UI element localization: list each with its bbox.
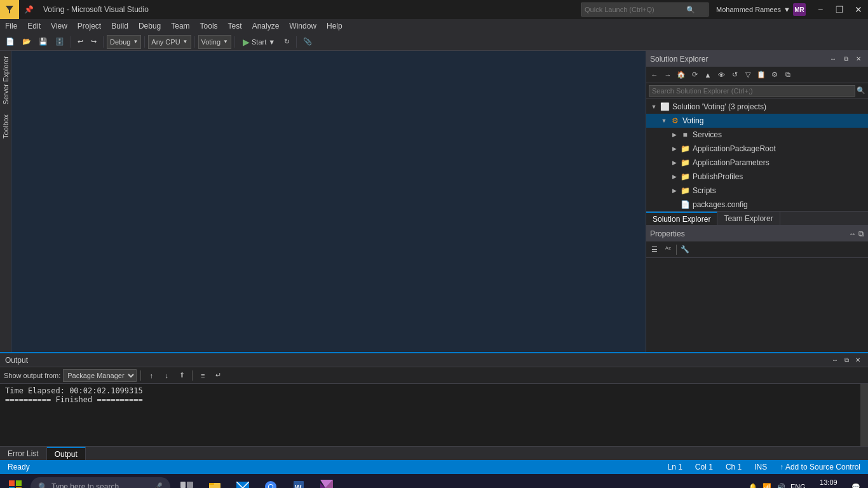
menu-analyze[interactable]: Analyze	[247, 19, 285, 33]
status-ready[interactable]: Ready	[5, 463, 32, 471]
se-showall-button[interactable]: 👁	[715, 69, 728, 81]
se-search-icon: 🔍	[857, 86, 865, 95]
output-indent-button[interactable]: ≡	[196, 369, 209, 382]
se-sync-button[interactable]: ⟳	[688, 69, 701, 81]
se-pin-button[interactable]: ↔	[827, 53, 839, 65]
services-label: Services	[693, 130, 722, 139]
taskbar-chrome[interactable]	[258, 474, 283, 488]
se-newview-button[interactable]: ⧉	[782, 69, 794, 81]
taskbar-task-view[interactable]	[174, 474, 200, 488]
scripts-icon: 📁	[679, 186, 691, 195]
undo-button[interactable]: ↩	[74, 35, 86, 49]
toolbox-tab[interactable]: Toolbox	[1, 109, 11, 144]
se-back-button[interactable]: ←	[648, 69, 661, 81]
menu-test[interactable]: Test	[223, 19, 247, 33]
debug-config-dropdown[interactable]: Debug ▼	[107, 35, 141, 49]
save-button[interactable]: 💾	[36, 35, 51, 49]
output-source-select[interactable]: Package Manager Build Debug General	[63, 369, 137, 382]
se-float-button[interactable]: ⧉	[840, 53, 851, 65]
props-alpha-button[interactable]: ᴬᶻ	[661, 243, 674, 256]
se-collapse-button[interactable]: ▲	[702, 69, 714, 81]
status-ln[interactable]: Ln 1	[665, 463, 685, 471]
tree-item-solution[interactable]: ▼ ⬜ Solution 'Voting' (3 projects)	[646, 100, 868, 114]
server-explorer-tab[interactable]: Server Explorer	[1, 51, 11, 109]
se-props-button[interactable]: ⚙	[768, 69, 781, 81]
se-home-button[interactable]: 🏠	[675, 69, 688, 81]
quick-launch[interactable]: 🔍	[581, 3, 709, 17]
out-sep1	[140, 370, 141, 381]
tab-output[interactable]: Output	[47, 447, 86, 460]
menu-build[interactable]: Build	[106, 19, 133, 33]
close-button[interactable]: ✕	[849, 0, 868, 19]
se-search-input[interactable]	[649, 85, 855, 97]
se-refresh-button[interactable]: ↺	[728, 69, 741, 81]
taskbar-file-explorer[interactable]	[202, 474, 227, 488]
output-pin-button[interactable]: ↔	[830, 355, 840, 365]
se-tab-solution-explorer[interactable]: Solution Explorer	[646, 212, 717, 225]
taskbar-vs-code[interactable]	[314, 474, 339, 488]
props-float-button[interactable]: ⧉	[858, 229, 864, 238]
status-ch[interactable]: Ch 1	[723, 463, 744, 471]
menu-help[interactable]: Help	[322, 19, 348, 33]
taskbar-mail[interactable]	[230, 474, 255, 488]
tree-item-services[interactable]: ▶ ■ Services	[646, 128, 868, 142]
se-openfiles-button[interactable]: 📋	[755, 69, 768, 81]
output-float-button[interactable]: ⧉	[841, 355, 851, 365]
se-filter-button[interactable]: ▽	[742, 69, 754, 81]
minimize-button[interactable]: −	[811, 0, 830, 19]
props-pin-button[interactable]: ↔	[849, 229, 857, 238]
taskbar-action-center[interactable]: 💬	[851, 483, 860, 489]
menu-view[interactable]: View	[46, 19, 72, 33]
tab-error-list[interactable]: Error List	[0, 447, 47, 460]
se-close-button[interactable]: ✕	[853, 53, 864, 65]
attach-button[interactable]: 📎	[300, 35, 315, 49]
platform-dropdown[interactable]: Any CPU ▼	[148, 35, 191, 49]
tree-item-voting[interactable]: ▼ ⚙ Voting	[646, 114, 868, 128]
menu-edit[interactable]: Edit	[22, 19, 46, 33]
menu-window[interactable]: Window	[284, 19, 322, 33]
tree-item-publishprofiles[interactable]: ▶ 📁 PublishProfiles	[646, 170, 868, 184]
quick-launch-input[interactable]	[585, 6, 686, 13]
output-down-button[interactable]: ↓	[160, 369, 173, 382]
output-scrollbar[interactable]	[860, 384, 868, 446]
tree-item-appparams[interactable]: ▶ 📁 ApplicationParameters	[646, 156, 868, 170]
tree-item-scripts[interactable]: ▶ 📁 Scripts	[646, 184, 868, 198]
props-sep	[676, 245, 677, 255]
status-ins[interactable]: INS	[752, 463, 770, 471]
menu-project[interactable]: Project	[72, 19, 106, 33]
se-tab-team-explorer[interactable]: Team Explorer	[717, 212, 780, 225]
taskbar-search-input[interactable]	[51, 482, 149, 488]
menu-debug[interactable]: Debug	[133, 19, 166, 33]
menu-tools[interactable]: Tools	[195, 19, 223, 33]
taskbar-notification-icon[interactable]: 🔔	[749, 483, 757, 489]
taskbar-search[interactable]: 🔍 🎤	[31, 477, 170, 488]
taskbar-word[interactable]: W	[286, 474, 311, 488]
props-category-button[interactable]: ☰	[648, 243, 661, 256]
menu-file[interactable]: File	[0, 19, 22, 33]
status-source-control[interactable]: ↑ Add to Source Control	[777, 463, 863, 471]
status-col[interactable]: Col 1	[693, 463, 715, 471]
tree-item-packages[interactable]: ▶ 📄 packages.config	[646, 198, 868, 211]
appparams-icon: 📁	[679, 158, 691, 167]
user-dropdown-icon[interactable]: ▼	[783, 6, 790, 13]
menu-team[interactable]: Team	[166, 19, 194, 33]
toolbar: 📄 📂 💾 🗄️ ↩ ↪ Debug ▼ Any CPU ▼ Voting ▼ …	[0, 33, 868, 51]
start-menu-button[interactable]	[3, 474, 28, 488]
project-dropdown[interactable]: Voting ▼	[198, 35, 232, 49]
props-wrench-button[interactable]: 🔧	[679, 243, 691, 256]
output-close-button[interactable]: ✕	[853, 355, 863, 365]
output-up-button[interactable]: ↑	[145, 369, 158, 382]
taskbar-language[interactable]: ENG	[790, 483, 806, 488]
output-wrap-button[interactable]: ↵	[212, 369, 224, 382]
refresh-button[interactable]: ↻	[281, 35, 293, 49]
open-file-button[interactable]: 📂	[19, 35, 34, 49]
se-forward-button[interactable]: →	[661, 69, 674, 81]
save-all-button[interactable]: 🗄️	[52, 35, 67, 49]
new-project-button[interactable]: 📄	[3, 35, 18, 49]
window-title: Voting - Microsoft Visual Studio	[38, 5, 581, 14]
tree-item-apppackageroot[interactable]: ▶ 📁 ApplicationPackageRoot	[646, 142, 868, 156]
output-up2-button[interactable]: ⇑	[175, 369, 188, 382]
redo-button[interactable]: ↪	[88, 35, 100, 49]
start-button[interactable]: ▶ Start ▼	[238, 35, 280, 49]
restore-button[interactable]: ❐	[830, 0, 849, 19]
